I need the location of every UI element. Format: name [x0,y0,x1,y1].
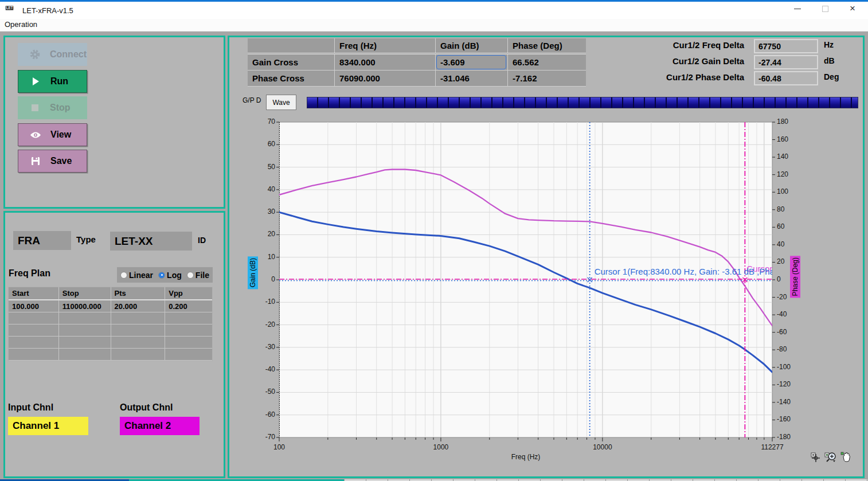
app-icon: LET [5,6,18,15]
cross-table-row: Phase Cross76090.000-31.046-7.162 [248,71,586,87]
minimize-button[interactable] [784,0,811,17]
phase-tick-label: -180 [777,433,791,441]
freq-table-cell[interactable] [111,337,166,348]
zoom-magnifier-icon[interactable] [824,451,837,463]
cursor-delta-row: Cur1/2 Freq Delta67750Hz [642,39,860,53]
cursor-delta-value: 67750 [754,39,818,53]
view-button-label: View [50,130,71,140]
input-chnl-selector[interactable]: Channel 1 [8,417,88,435]
freq-tick-label: 112277 [749,443,795,451]
freq-table-cell[interactable] [59,337,111,348]
freq-table-cell[interactable]: 110000.000 [59,300,111,312]
close-button[interactable]: × [839,0,866,17]
view-button[interactable]: View [18,123,87,146]
cross-table-cell[interactable]: -7.162 [508,71,586,86]
type-field[interactable]: FRA [13,231,71,250]
radio-log[interactable]: Log [158,271,182,280]
freq-table-cell[interactable]: 100.000 [9,300,59,312]
freq-table-row [9,349,212,361]
connect-button-label: Connect [50,49,87,60]
connect-button[interactable]: Connect [18,43,87,66]
stop-square-icon [29,102,41,114]
freq-table-header-row: StartStopPtsVpp [9,287,212,300]
freq-table-cell[interactable] [9,324,59,336]
cursor-delta-label: Cur1/2 Phase Delta [666,72,744,82]
maximize-button[interactable] [812,0,838,17]
cross-table-row: Gain Cross8340.000-3.60966.562 [248,54,586,71]
save-button[interactable]: Save [18,150,87,173]
phase-tick-label: -80 [777,345,787,353]
freq-table-cell[interactable] [165,349,212,360]
minimize-icon [794,9,801,9]
freq-table-cell[interactable] [165,337,212,348]
freq-table-cell[interactable] [9,337,59,348]
phase-tick-label: 160 [777,135,788,143]
input-chnl-label: Input Chnl [8,402,53,413]
gain-tick-label: -30 [252,343,275,351]
pan-hand-icon[interactable] [840,451,851,463]
freq-table-row [9,337,212,349]
phase-tick-label: -140 [777,398,791,406]
gain-tick-label: -20 [252,320,275,329]
gain-tick-label: 50 [252,163,275,171]
cross-table-cell[interactable]: -3.609 [436,54,508,70]
menu-item-operation[interactable]: Operation [5,20,37,29]
cursor-delta-row: Cur1/2 Phase Delta-60.48Deg [642,71,860,85]
phase-tick-label: 120 [777,170,788,178]
gain-tick-label: 30 [252,208,275,216]
id-label: ID [198,236,206,245]
phase-tick-label: 40 [777,240,784,248]
freq-table-cell[interactable] [59,324,111,336]
radio-file[interactable]: File [187,271,209,280]
radio-label-linear: Linear [129,271,153,280]
run-button[interactable]: Run [18,70,87,93]
freq-table-row [9,324,212,337]
freq-table-cell[interactable] [111,324,166,336]
phase-tick-label: -160 [777,415,791,423]
freq-table-cell[interactable]: 20.000 [111,300,166,312]
tab-wave[interactable]: Wave [266,95,296,110]
phase-tick-label: 100 [777,187,788,195]
freq-table-cell[interactable] [9,349,59,360]
phase-tick-label: 80 [777,205,784,213]
id-field[interactable]: LET-XX [110,232,192,251]
radio-linear[interactable]: Linear [120,271,153,280]
cursor-delta-value: -60.48 [754,71,818,85]
cross-table-cell[interactable]: 76090.000 [335,71,436,86]
freq-table-cell[interactable] [59,312,111,324]
cross-measurements-table: Freq (Hz)Gain (dB)Phase (Deg)Gain Cross8… [248,38,586,87]
cursor-delta-unit: Hz [824,40,834,49]
freq-table-cell[interactable] [59,349,111,360]
close-icon: × [850,3,855,14]
freq-plan-table[interactable]: StartStopPtsVpp100.000110000.00020.0000.… [8,287,213,361]
freq-table-cell[interactable] [111,349,166,360]
gain-tick-label: -50 [252,388,275,396]
cross-table-cell[interactable]: 66.562 [508,54,586,70]
phase-tick-label: -60 [777,328,787,336]
crosshair-icon[interactable] [811,451,821,463]
freq-plan-mode-radios: LinearLogFile [117,267,213,283]
type-label: Type [76,234,96,244]
window-title: LET-xFRA-v1.5 [22,6,73,15]
cross-table-cell[interactable]: 8340.000 [335,54,436,70]
stop-button[interactable]: Stop [18,96,87,119]
freq-table-cell[interactable] [165,324,212,336]
freq-table-row: 100.000110000.00020.0000.200 [9,300,212,312]
bode-plot[interactable]: CursorCursor 1(Freq:8340.00 Hz, Gain: -3… [279,122,772,437]
freq-plan-label: Freq Plan [9,268,50,279]
freq-table-cell[interactable] [111,312,166,324]
phase-tick-label: 0 [777,275,781,283]
output-chnl-selector[interactable]: Channel 2 [120,417,200,435]
freq-table-cell[interactable] [165,312,212,324]
tab-gpd[interactable]: G/P D [243,96,261,104]
play-icon [30,76,41,87]
freq-table-cell[interactable]: 0.200 [165,300,212,312]
cross-table-header-cell: Phase (Deg) [508,38,586,53]
freq-table-cell[interactable] [9,312,59,324]
cross-table-cell[interactable]: -31.046 [436,71,508,86]
radio-dot-file [187,272,194,279]
freq-tick-label: 1000 [418,443,464,451]
cursor-delta-label: Cur1/2 Gain Delta [672,56,744,66]
phase-tick-label: 20 [777,257,784,265]
phase-axis-title: Phase (Deg) [790,256,800,298]
